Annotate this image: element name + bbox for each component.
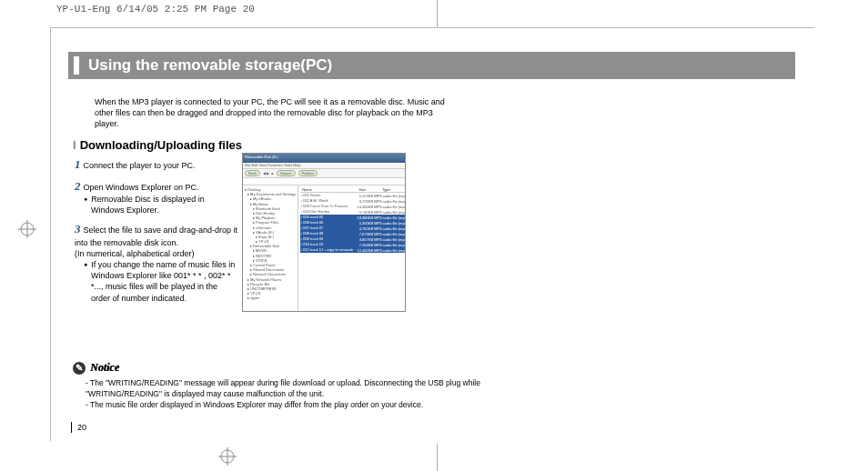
step-2: 2Open Windows Explorer on PC. Removable … [75, 178, 238, 216]
crop-frame-top [50, 27, 814, 28]
step-number-3: 3 [75, 222, 81, 236]
notice-section: ✎ Notice - The "WRITING/READING" message… [73, 361, 546, 411]
page-title: Using the removable storage(PC) [88, 56, 332, 75]
section-heading-bar-icon: I [73, 138, 76, 152]
col-name: Name [300, 187, 357, 192]
notice-icon: ✎ [73, 362, 86, 375]
step-3: 3Select the file to save and drag-and-dr… [75, 221, 238, 303]
intro-paragraph: When the MP3 player is connected to your… [95, 96, 459, 129]
step-3-text-b: (In numerical, alphabetical order) [75, 249, 195, 258]
crop-mark-bottom [437, 444, 438, 471]
notice-line-2: - The music file order displayed in Wind… [86, 400, 546, 411]
shot-file-list: ♪ Name Size Type ♪ 001 Rivers5,224KB MP3… [298, 185, 406, 312]
crop-mark-top [437, 0, 438, 27]
step-3-sub: If you change the name of music files in… [84, 259, 238, 304]
steps-list: 1Connect the player to your PC. 2Open Wi… [75, 156, 238, 309]
registration-mark-bottom [218, 447, 237, 466]
shot-back-button: Back [245, 170, 260, 176]
col-size: Size [357, 187, 380, 192]
shot-menubar: File Edit View Favorites Tools Help [243, 163, 405, 169]
notice-label: Notice [90, 361, 119, 375]
step-3-text-a: Select the file to save and drag-and-dro… [75, 225, 237, 247]
col-type: Type [380, 187, 392, 192]
windows-explorer-screenshot: Removable Disk (E:) File Edit View Favor… [242, 153, 406, 312]
shot-toolbar: Back ◀ ▶ ▲ Search Folders [243, 169, 405, 178]
step-number-2: 2 [75, 179, 81, 193]
tree-item: ▸ ripper [245, 296, 296, 300]
step-2-sub: Removable Disc is displayed in Windows E… [84, 194, 238, 215]
step-2-text: Open Windows Explorer on PC. [84, 183, 199, 192]
shot-folder-tree: ▸ Desktop▸ My Documents and Settings▸ My… [243, 185, 298, 312]
notice-line-1: - The "WRITING/READING" message will app… [86, 378, 546, 400]
section-heading: IDownloading/Uploading files [73, 138, 242, 152]
music-note-icon: ♪ [403, 276, 406, 311]
page-number: 20 [71, 422, 86, 433]
registration-mark-left [18, 220, 36, 238]
step-1-text: Connect the player to your PC. [84, 161, 196, 170]
shot-folders-button: Folders [298, 170, 318, 176]
shot-address-bar [243, 178, 405, 185]
shot-titlebar: Removable Disk (E:) [243, 154, 405, 163]
step-1: 1Connect the player to your PC. [75, 156, 238, 173]
shot-search-button: Search [277, 170, 296, 176]
file-row: ♪ 011 track 11 - copy to removable12,432… [300, 247, 406, 253]
section-heading-text: Downloading/Uploading files [80, 138, 242, 152]
scan-header: YP-U1-Eng 6/14/05 2:25 PM Page 20 [56, 4, 255, 15]
crop-frame-left [50, 27, 51, 441]
title-accent-icon [74, 56, 79, 75]
step-number-1: 1 [75, 157, 81, 171]
shot-nav-arrows-icon: ◀ ▶ ▲ [263, 171, 274, 175]
page-title-bar: Using the removable storage(PC) [68, 52, 795, 79]
